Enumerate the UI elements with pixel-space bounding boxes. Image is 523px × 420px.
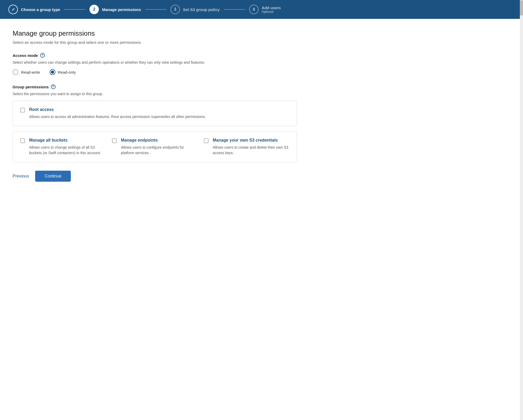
manage-buckets-item: Manage all buckets Allows users to chang… — [20, 138, 106, 156]
page-title: Manage group permissions — [13, 29, 297, 37]
step-1-label: Choose a group type — [21, 7, 60, 12]
step-2-label: Manage permissions — [102, 7, 141, 12]
manage-s3-credentials-desc: Allows users to create and delete their … — [213, 145, 289, 156]
wizard-step-3[interactable]: 3 Set S3 group policy — [170, 5, 220, 14]
step-3-label: Set S3 group policy — [183, 7, 220, 12]
root-access-desc: Allows users to access all administratio… — [29, 114, 206, 120]
manage-s3-credentials-checkbox[interactable] — [204, 138, 209, 143]
radio-read-write-circle — [13, 69, 18, 75]
wizard-step-4[interactable]: 4 Add users Optional — [249, 5, 281, 14]
manage-endpoints-title: Manage endpoints — [121, 138, 198, 143]
manage-s3-credentials-info: Manage your own S3 credentials Allows us… — [213, 138, 289, 156]
manage-buckets-info: Manage all buckets Allows users to chang… — [29, 138, 106, 156]
root-access-checkbox[interactable] — [20, 108, 25, 112]
step-4-circle: 4 — [249, 5, 259, 14]
permissions-grid: Manage all buckets Allows users to chang… — [20, 138, 289, 156]
wizard-step-1[interactable]: ✓ Choose a group type — [8, 5, 60, 14]
root-access-info: Root access Allows users to access all a… — [29, 107, 206, 120]
manage-buckets-desc: Allows users to change settings of all S… — [29, 145, 106, 156]
manage-buckets-title: Manage all buckets — [29, 138, 106, 143]
action-bar: Previous Continue — [13, 171, 297, 182]
access-mode-section-label: Access mode ? — [13, 53, 297, 58]
step-connector-1 — [64, 9, 85, 10]
wizard-header: ✓ Choose a group type 2 Manage permissio… — [0, 0, 523, 19]
root-access-item: Root access Allows users to access all a… — [20, 107, 289, 120]
access-mode-radio-group: Read-write Read-only — [13, 69, 297, 75]
root-access-card: Root access Allows users to access all a… — [13, 101, 297, 126]
step-2-circle: 2 — [89, 5, 99, 14]
group-permissions-description: Select the permissions you want to assig… — [13, 92, 297, 96]
previous-button[interactable]: Previous — [13, 171, 29, 181]
step-4-label: Add users Optional — [262, 6, 281, 14]
root-access-title: Root access — [29, 107, 206, 112]
group-permissions-help-icon[interactable]: ? — [51, 84, 56, 89]
step-connector-2 — [145, 9, 166, 10]
manage-endpoints-item: Manage endpoints Allows users to configu… — [112, 138, 198, 156]
manage-buckets-checkbox[interactable] — [20, 138, 25, 143]
manage-s3-credentials-title: Manage your own S3 credentials — [213, 138, 289, 143]
main-content: Manage group permissions Select an acces… — [0, 19, 309, 194]
manage-endpoints-checkbox[interactable] — [112, 138, 117, 143]
step-1-circle: ✓ — [8, 5, 18, 14]
manage-endpoints-info: Manage endpoints Allows users to configu… — [121, 138, 198, 156]
page-subtitle: Select an access mode for this group and… — [13, 40, 297, 45]
scrollbar-thumb[interactable] — [520, 0, 523, 16]
manage-endpoints-desc: Allows users to configure endpoints for … — [121, 145, 198, 156]
wizard-step-2[interactable]: 2 Manage permissions — [89, 5, 141, 14]
other-permissions-card: Manage all buckets Allows users to chang… — [13, 131, 297, 162]
scrollbar-track[interactable] — [520, 0, 523, 420]
radio-read-write[interactable]: Read-write — [13, 69, 40, 75]
step-connector-3 — [224, 9, 245, 10]
manage-s3-credentials-item: Manage your own S3 credentials Allows us… — [204, 138, 289, 156]
continue-button[interactable]: Continue — [35, 171, 71, 182]
step-3-circle: 3 — [170, 5, 180, 14]
access-mode-help-icon[interactable]: ? — [40, 53, 45, 58]
radio-read-only[interactable]: Read-only — [50, 69, 76, 75]
access-mode-description: Select whether users can change settings… — [13, 60, 297, 64]
group-permissions-section-label: Group permissions ? — [13, 84, 297, 89]
radio-read-only-circle — [50, 69, 55, 75]
